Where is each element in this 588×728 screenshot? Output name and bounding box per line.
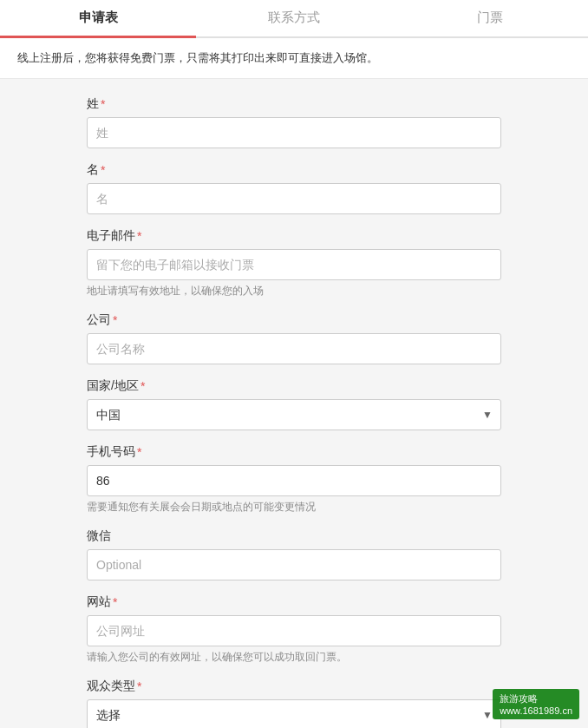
label-phone: 手机号码* [87,444,501,460]
required-star-website: * [113,595,117,609]
required-star-country: * [140,379,145,393]
tabs-header: 申请表 联系方式 门票 [0,0,588,38]
input-phone[interactable] [87,465,501,496]
form-area: 姓* 名* 电子邮件* 地址请填写有效地址，以确保您的入场 公司* [0,79,588,728]
watermark-line2: www.1681989.cn [500,705,572,716]
required-star-email: * [137,229,141,243]
hint-phone: 需要通知您有关展会会日期或地点的可能变更情况 [87,500,501,515]
input-wechat[interactable] [87,549,501,580]
tab-application[interactable]: 申请表 [0,0,196,38]
input-email[interactable] [87,249,501,280]
hint-website: 请输入您公司的有效网址，以确保您可以成功取回门票。 [87,650,501,665]
required-star-first-name: * [101,163,105,177]
label-company: 公司* [87,312,501,328]
label-visitor-type: 观众类型* [87,679,501,694]
field-group-email: 电子邮件* 地址请填写有效地址，以确保您的入场 [87,228,501,298]
watermark-line1: 旅游攻略 [500,693,538,704]
field-group-last-name: 姓* [87,96,501,148]
label-wechat: 微信 [87,528,501,544]
select-wrapper-visitor-type: 选择 个人 企业 媒体 其他 ▼ [87,699,501,728]
select-wrapper-country: 中国 美国 日本 韩国 其他 ▼ [87,399,501,430]
label-last-name: 姓* [87,96,501,112]
select-visitor-type[interactable]: 选择 个人 企业 媒体 其他 [87,699,501,728]
field-group-website: 网站* 请输入您公司的有效网址，以确保您可以成功取回门票。 [87,594,501,665]
label-country: 国家/地区* [87,378,501,394]
label-first-name: 名* [87,162,501,178]
label-website: 网站* [87,594,501,610]
required-star-visitor-type: * [137,679,141,693]
tab-ticket[interactable]: 门票 [392,0,588,38]
field-group-visitor-type: 观众类型* 选择 个人 企业 媒体 其他 ▼ [87,679,501,728]
field-group-country: 国家/地区* 中国 美国 日本 韩国 其他 ▼ [87,378,501,430]
field-group-phone: 手机号码* 需要通知您有关展会会日期或地点的可能变更情况 [87,444,501,515]
required-star-company: * [113,313,117,327]
label-email: 电子邮件* [87,228,501,244]
input-company[interactable] [87,333,501,364]
tab-contact[interactable]: 联系方式 [196,0,392,38]
required-star-last-name: * [101,97,105,111]
notice-text: 线上注册后，您将获得免费门票，只需将其打印出来即可直接进入场馆。 [17,51,378,64]
input-first-name[interactable] [87,183,501,214]
page-wrapper: 申请表 联系方式 门票 线上注册后，您将获得免费门票，只需将其打印出来即可直接进… [0,0,588,728]
notice-banner: 线上注册后，您将获得免费门票，只需将其打印出来即可直接进入场馆。 [0,38,588,79]
select-country[interactable]: 中国 美国 日本 韩国 其他 [87,399,501,430]
hint-email: 地址请填写有效地址，以确保您的入场 [87,284,501,298]
field-group-wechat: 微信 [87,528,501,580]
field-group-first-name: 名* [87,162,501,214]
input-website[interactable] [87,615,501,646]
input-last-name[interactable] [87,117,501,148]
required-star-phone: * [137,445,141,459]
watermark: 旅游攻略 www.1681989.cn [493,689,579,719]
field-group-company: 公司* [87,312,501,364]
